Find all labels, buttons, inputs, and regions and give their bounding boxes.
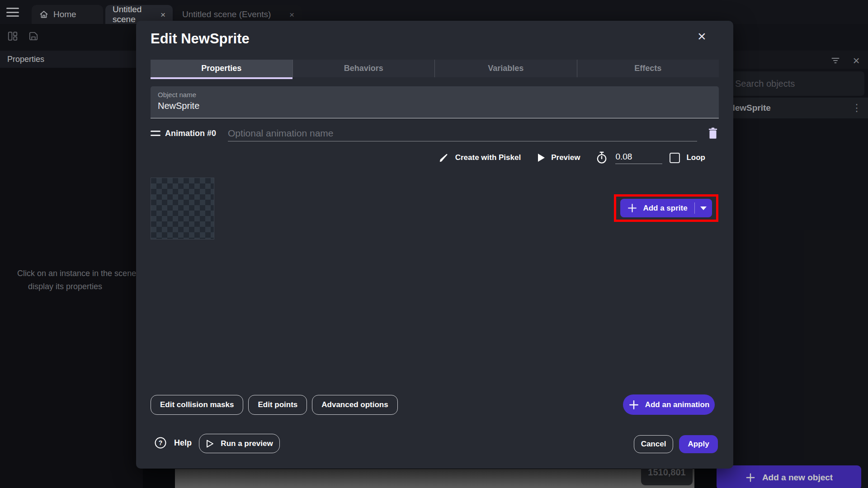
tab-behaviors[interactable]: Behaviors <box>293 60 435 77</box>
advanced-options-button[interactable]: Advanced options <box>312 395 397 415</box>
play-outline-icon <box>206 439 214 448</box>
run-a-preview-label: Run a preview <box>221 439 273 448</box>
animation-row: Animation #0 <box>151 124 719 142</box>
add-an-animation-label: Add an animation <box>645 400 710 409</box>
frame-duration-field <box>615 152 662 164</box>
object-name-input[interactable] <box>158 101 712 111</box>
animation-controls: Create with Piskel Preview Loop <box>433 149 705 166</box>
edit-points-button[interactable]: Edit points <box>248 395 307 415</box>
animation-name-field <box>228 125 697 141</box>
frame-duration-input[interactable] <box>615 152 662 164</box>
sprite-thumbnail-empty[interactable] <box>151 178 214 239</box>
run-a-preview-button[interactable]: Run a preview <box>199 434 280 453</box>
chevron-down-icon <box>700 206 707 210</box>
tab-properties[interactable]: Properties <box>151 60 293 77</box>
animation-name-input[interactable] <box>228 125 697 141</box>
plus-icon <box>627 203 637 213</box>
apply-button[interactable]: Apply <box>679 435 718 453</box>
play-icon <box>537 153 545 162</box>
animation-label: Animation #0 <box>165 129 216 138</box>
help-label: Help <box>174 438 192 448</box>
highlight-box: Add a sprite <box>614 194 718 222</box>
create-with-piskel-button[interactable]: Create with Piskel <box>433 152 526 164</box>
drag-handle-icon[interactable] <box>151 131 160 136</box>
gdevelop-app: Home Untitled scene × Untitled scene (Ev… <box>0 0 868 488</box>
dialog-tab-bar: Properties Behaviors Variables Effects <box>151 60 719 77</box>
delete-animation-button[interactable] <box>707 127 719 140</box>
svg-text:?: ? <box>159 439 163 446</box>
tab-effects[interactable]: Effects <box>577 60 719 77</box>
dialog-title: Edit NewSprite <box>151 31 250 47</box>
edit-collision-masks-button[interactable]: Edit collision masks <box>151 395 243 415</box>
add-sprite-dropdown-button[interactable] <box>695 199 712 217</box>
add-an-animation-button[interactable]: Add an animation <box>623 394 715 415</box>
object-name-label: Object name <box>158 91 712 99</box>
add-a-sprite-label: Add a sprite <box>643 204 687 213</box>
cancel-button[interactable]: Cancel <box>634 435 673 453</box>
loop-checkbox[interactable] <box>670 153 680 163</box>
timer-icon <box>595 151 608 164</box>
edit-object-dialog: Edit NewSprite × Properties Behaviors Va… <box>136 21 733 469</box>
preview-button[interactable]: Preview <box>533 153 585 162</box>
add-a-sprite-button[interactable]: Add a sprite <box>620 199 712 217</box>
add-a-sprite-main[interactable]: Add a sprite <box>620 199 694 217</box>
preview-label: Preview <box>551 153 580 162</box>
brush-icon <box>438 152 449 164</box>
create-with-piskel-label: Create with Piskel <box>455 153 521 162</box>
plus-icon <box>628 399 639 410</box>
dialog-close-icon[interactable]: × <box>698 29 706 43</box>
loop-label: Loop <box>686 153 705 162</box>
tab-variables[interactable]: Variables <box>435 60 577 77</box>
help-icon: ? <box>154 436 167 449</box>
object-name-field[interactable]: Object name <box>151 86 719 118</box>
help-button[interactable]: ? Help <box>154 436 192 449</box>
